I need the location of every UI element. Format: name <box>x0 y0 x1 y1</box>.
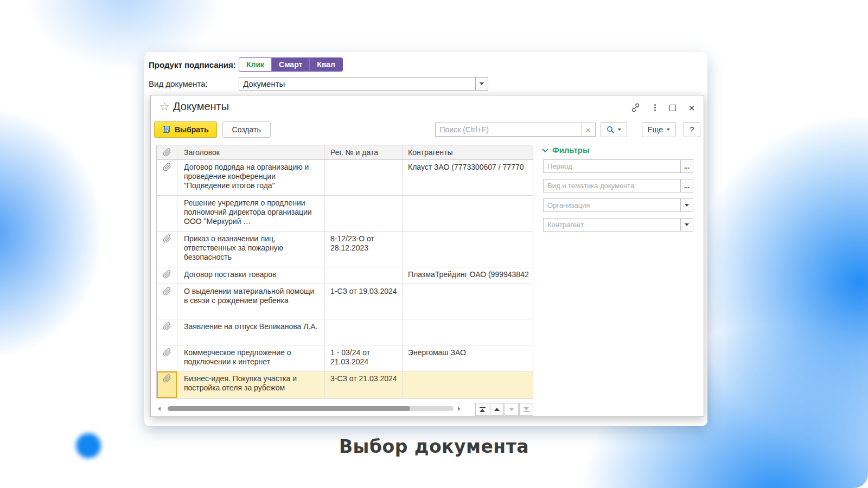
search-settings-button[interactable] <box>601 122 627 137</box>
favorite-star-icon[interactable]: ☆ <box>159 100 170 113</box>
go-to-top-button[interactable] <box>475 403 489 416</box>
filter-contractor <box>543 218 693 232</box>
table-row[interactable]: Договор поставки товаров ПлазмаТрейдинг … <box>157 267 533 284</box>
doc-reg <box>325 196 403 231</box>
table-row[interactable]: О выделении материальной помощи в связи … <box>157 284 533 319</box>
table-row[interactable]: Приказ о назначении лиц, ответственных з… <box>157 232 533 267</box>
close-icon[interactable]: × <box>688 104 695 112</box>
doc-reg: 1 - 03/24 от 21.03.2024 <box>325 345 403 371</box>
search-clear-button[interactable]: × <box>581 123 595 136</box>
table-row[interactable]: Коммерческое предложение о подключении к… <box>157 345 533 371</box>
scrollbar-track[interactable] <box>168 406 454 411</box>
toolbar: Выбрать Создать × Еще ? <box>154 121 700 138</box>
doc-contractors <box>403 196 533 231</box>
paperclip-icon <box>163 287 171 296</box>
signing-product-row: Продукт подписания: Клик Смарт Квал <box>149 57 343 72</box>
doc-contractors <box>403 232 533 267</box>
more-menu-icon[interactable] <box>653 104 657 111</box>
link-icon[interactable] <box>630 102 641 113</box>
document-kind-input[interactable] <box>239 77 476 91</box>
signing-product-label: Продукт подписания: <box>149 60 239 69</box>
doc-contractors <box>403 319 533 345</box>
doc-reg: 1-СЗ от 19.03.2024 <box>325 284 403 319</box>
doc-contractors: ПлазмаТрейдинг ОАО (999943842 <box>403 267 533 284</box>
create-button[interactable]: Создать <box>222 121 271 138</box>
doc-reg <box>325 267 403 284</box>
doc-kind-input[interactable] <box>543 179 681 192</box>
filters-title: Фильтры <box>552 145 590 155</box>
document-kind-row: Вид документа: <box>149 77 488 91</box>
page-up-button[interactable] <box>490 403 504 416</box>
scroll-right-arrow[interactable] <box>458 407 461 411</box>
doc-contractors <box>403 284 533 319</box>
list-navigation-buttons <box>475 403 533 416</box>
signing-product-segmented-control: Клик Смарт Квал <box>239 57 343 72</box>
paperclip-icon <box>163 270 171 279</box>
doc-reg: 8-12/23-О от 28.12.2023 <box>325 232 403 267</box>
doc-title: Договор подряда на организацию и проведе… <box>177 160 325 195</box>
table-row[interactable]: Договор подряда на организацию и проведе… <box>157 160 533 196</box>
product-tab-smart[interactable]: Смарт <box>271 58 309 71</box>
paperclip-icon <box>163 234 171 243</box>
doc-title: Заявление на отпуск Великанова Л.А. <box>177 319 325 345</box>
documents-window: ☆ Документы × <box>150 95 704 417</box>
chevron-down-icon <box>618 129 621 131</box>
paperclip-icon <box>163 322 171 331</box>
doc-contractors: Энергомаш ЗАО <box>403 345 533 371</box>
contractor-input[interactable] <box>543 218 681 232</box>
page-title: Выбор документа <box>0 436 868 457</box>
paperclip-icon <box>163 148 171 157</box>
page-down-button[interactable] <box>505 403 519 416</box>
column-header-attachment[interactable] <box>157 145 177 159</box>
period-ellipsis-button[interactable]: ... <box>681 159 693 173</box>
column-header-title[interactable]: Заголовок <box>177 145 325 159</box>
doc-title: Решение учредителя о продлении полномочи… <box>177 196 325 231</box>
documents-table: Заголовок Рег. № и дата Контрагенты Дого… <box>156 145 533 399</box>
paperclip-icon <box>163 163 171 171</box>
search-icon <box>607 126 615 134</box>
go-to-bottom-button[interactable] <box>519 403 533 416</box>
filter-doc-kind: ... <box>543 179 693 192</box>
doc-title: Бизнес-идея. Покупка участка и постройка… <box>177 371 325 398</box>
doc-title: Договор поставки товаров <box>177 267 325 284</box>
doc-contractors <box>403 371 533 398</box>
table-header-row: Заголовок Рег. № и дата Контрагенты <box>157 145 533 160</box>
filters-header[interactable]: Фильтры <box>543 145 693 155</box>
window-header: ☆ Документы × <box>151 95 704 120</box>
select-button[interactable]: Выбрать <box>154 121 217 138</box>
chevron-down-icon <box>542 146 548 152</box>
contractor-dropdown-button[interactable] <box>681 218 693 232</box>
organization-dropdown-button[interactable] <box>681 198 693 212</box>
scroll-left-arrow[interactable] <box>158 407 161 411</box>
more-button[interactable]: Еще <box>642 122 676 137</box>
window-title: Документы <box>173 100 229 113</box>
column-header-contractors[interactable]: Контрагенты <box>403 145 533 159</box>
product-tab-kval[interactable]: Квал <box>309 58 342 71</box>
search-input[interactable] <box>436 125 581 134</box>
doc-title: Приказ о назначении лиц, ответственных з… <box>177 232 325 267</box>
paperclip-icon <box>163 348 171 357</box>
column-header-reg[interactable]: Рег. № и дата <box>325 145 403 159</box>
paperclip-icon <box>163 374 171 383</box>
scrollbar-thumb[interactable] <box>168 406 410 411</box>
document-kind-dropdown-button[interactable] <box>476 77 488 91</box>
filters-panel: Фильтры ... ... <box>543 145 693 237</box>
doc-title: О выделении материальной помощи в связи … <box>177 284 325 319</box>
organization-input[interactable] <box>543 198 681 212</box>
doc-reg <box>325 319 403 345</box>
doc-kind-ellipsis-button[interactable]: ... <box>681 179 693 192</box>
product-tab-klik[interactable]: Клик <box>239 58 271 71</box>
table-row[interactable]: Решение учредителя о продлении полномочи… <box>157 196 533 232</box>
horizontal-scrollbar-row <box>156 402 533 416</box>
help-button[interactable]: ? <box>684 122 700 137</box>
table-row[interactable]: Заявление на отпуск Великанова Л.А. <box>157 319 533 345</box>
chevron-down-icon <box>667 129 670 131</box>
doc-reg <box>325 160 403 195</box>
period-input[interactable] <box>543 159 681 173</box>
table-row-selected[interactable]: Бизнес-идея. Покупка участка и постройка… <box>157 371 533 398</box>
select-document-icon <box>162 125 171 134</box>
chevron-down-icon <box>685 204 689 207</box>
doc-title: Коммерческое предложение о подключении к… <box>177 345 325 371</box>
maximize-icon[interactable] <box>669 105 676 111</box>
filter-period: ... <box>543 159 693 173</box>
